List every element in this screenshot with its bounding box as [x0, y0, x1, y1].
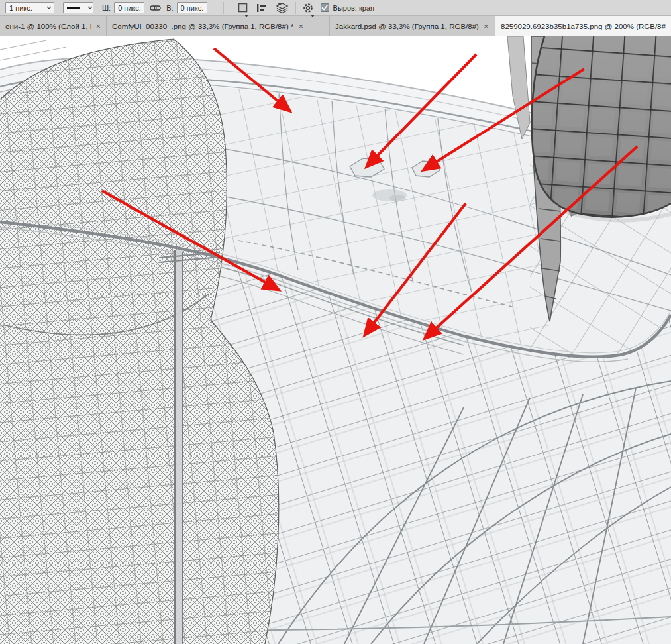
wireframe-render — [0, 36, 671, 644]
document-view[interactable] — [0, 36, 671, 644]
tab-label: ени-1 @ 100% (Слой 1, RGB/8#) * — [5, 23, 91, 30]
chevron-down-icon — [44, 3, 54, 13]
separator — [223, 2, 224, 14]
height-value: 0 пикс. — [181, 4, 204, 12]
tab-label: ComfyUI_00330_.png @ 33,3% (Группа 1, RG… — [112, 23, 293, 30]
separator — [295, 2, 296, 14]
tab-untitled-1[interactable]: ени-1 @ 100% (Слой 1, RGB/8#) * × — [0, 16, 107, 36]
stroke-weight-value: 1 пикс. — [6, 4, 32, 12]
tab-comfyui-00330[interactable]: ComfyUI_00330_.png @ 33,3% (Группа 1, RG… — [107, 16, 330, 36]
path-operations-button[interactable] — [238, 1, 248, 15]
close-icon[interactable]: × — [298, 22, 303, 30]
chevron-down-icon — [311, 15, 315, 17]
stroke-style-swatch — [67, 7, 80, 9]
height-input[interactable]: 0 пикс. — [177, 2, 207, 13]
chevron-down-icon — [244, 15, 248, 17]
tab-label: 8259029.6923b35b1a735.png @ 200% (RGB/8#… — [501, 23, 666, 30]
document-tab-bar: ени-1 @ 100% (Слой 1, RGB/8#) * × ComfyU… — [0, 16, 671, 36]
tab-label: Jakkard.psd @ 33,3% (Группа 1, RGB/8#) — [335, 23, 479, 30]
height-label: В: — [166, 4, 173, 12]
close-icon[interactable]: × — [95, 22, 101, 30]
chevron-down-icon — [87, 6, 93, 9]
width-label: Ш: — [102, 4, 111, 12]
align-edges-label: Выров. края — [333, 4, 374, 12]
width-input[interactable]: 0 пикс. — [114, 2, 144, 13]
options-toolbar: 1 пикс. Ш: 0 пикс. В: 0 пикс. — [0, 0, 671, 16]
width-value: 0 пикс. — [118, 4, 141, 12]
tab-8259029-png[interactable]: 8259029.6923b35b1a735.png @ 200% (RGB/8#… — [495, 16, 671, 36]
tab-jakkard-psd[interactable]: Jakkard.psd @ 33,3% (Группа 1, RGB/8#) × — [330, 16, 495, 36]
path-alignment-button[interactable] — [256, 1, 267, 15]
path-arrangement-button[interactable] — [276, 1, 289, 15]
link-dimensions-icon[interactable] — [150, 1, 161, 15]
stroke-weight-select[interactable]: 1 пикс. — [5, 2, 54, 13]
geometry-options-gear-button[interactable] — [302, 1, 314, 15]
stroke-style-select[interactable] — [63, 2, 93, 13]
close-icon[interactable]: × — [484, 22, 489, 30]
align-edges-checkbox[interactable] — [321, 3, 329, 12]
